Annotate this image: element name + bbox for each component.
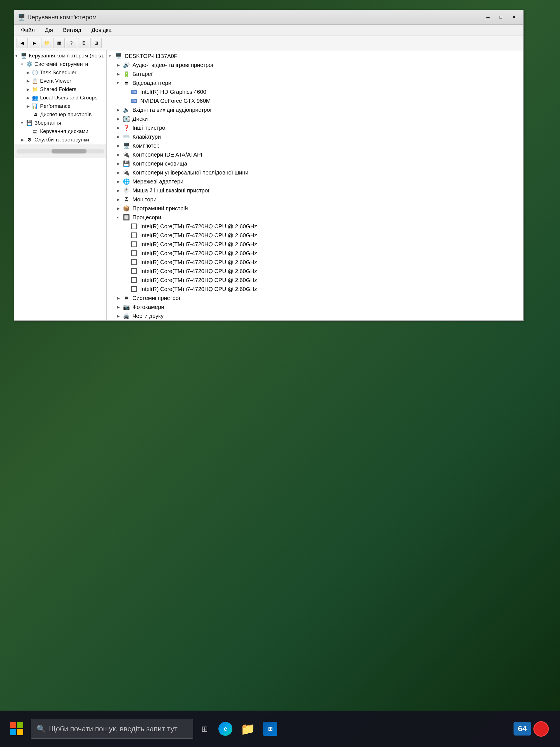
tree-item-performance[interactable]: ▶📊Performance: [14, 102, 106, 110]
device-arrow-10: ▶: [117, 152, 122, 157]
device-label-17: Процесори: [132, 214, 161, 221]
device-arrow-11: ▶: [117, 161, 122, 166]
device-icon-audio: 🔊: [122, 61, 130, 68]
device-item-1[interactable]: ▶🔋Батареї: [107, 70, 523, 78]
device-item-7[interactable]: ▶❓Інші пристрої: [107, 123, 523, 132]
explorer-taskbar-icon[interactable]: 📁: [238, 719, 258, 739]
forward-button[interactable]: ▶: [29, 38, 40, 48]
device-label-9: Комп'ютер: [132, 143, 160, 149]
device-item-26[interactable]: ▶🖥Системні пристрої: [107, 293, 523, 303]
device-item-24[interactable]: Intel(R) Core(TM) i7-4720HQ CPU @ 2.60GH…: [107, 276, 523, 285]
device-item-28[interactable]: ▶🖨️Черги друку: [107, 311, 523, 320]
window-icon: 🖥️: [18, 14, 25, 21]
device-label-20: Intel(R) Core(TM) i7-4720HQ CPU @ 2.60GH…: [140, 241, 257, 248]
device-item-3[interactable]: Intel(R) HD Graphics 4600: [107, 87, 523, 96]
store-taskbar-icon[interactable]: ⊞: [260, 719, 280, 739]
device-item-21[interactable]: Intel(R) Core(TM) i7-4720HQ CPU @ 2.60GH…: [107, 249, 523, 258]
device-label-28: Черги друку: [132, 313, 163, 319]
tree-item-services[interactable]: ▶⚙Служби та застосунки: [14, 135, 106, 144]
device-item-17[interactable]: ▾🔲Процесори: [107, 213, 523, 222]
device-arrow-17: ▾: [117, 215, 122, 220]
tree-label-services: Служби та застосунки: [34, 137, 89, 143]
device-root-arrow: ▾: [109, 54, 114, 58]
device-arrow-15: ▶: [117, 197, 122, 202]
back-button[interactable]: ◀: [17, 38, 28, 48]
device-item-8[interactable]: ▶⌨️Клавіатури: [107, 132, 523, 141]
search-box[interactable]: 🔍 Щоби почати пошук, введіть запит тут: [31, 719, 193, 739]
tree-item-root[interactable]: ▾🖥️Керування комп'ютером (лока...: [14, 52, 106, 60]
device-item-12[interactable]: ▶🔌Контролери універсальної послідовної ш…: [107, 168, 523, 177]
tree-arrow-shared-folders: ▶: [27, 87, 32, 92]
tree-item-device-manager[interactable]: 🖥Диспетчер пристроїв: [14, 110, 106, 119]
tree-item-local-users[interactable]: ▶👥Local Users and Groups: [14, 94, 106, 102]
device-item-20[interactable]: Intel(R) Core(TM) i7-4720HQ CPU @ 2.60GH…: [107, 240, 523, 249]
device-item-25[interactable]: Intel(R) Core(TM) i7-4720HQ CPU @ 2.60GH…: [107, 285, 523, 293]
device-item-0[interactable]: ▶🔊Аудіо-, відео- та ігрові пристрої: [107, 60, 523, 70]
tree-item-shared-folders[interactable]: ▶📁Shared Folders: [14, 85, 106, 94]
num64-badge[interactable]: 64: [513, 722, 531, 736]
device-icon-monitor: 🖥: [122, 196, 130, 203]
device-icon-other: ❓: [122, 124, 130, 131]
device-item-19[interactable]: Intel(R) Core(TM) i7-4720HQ CPU @ 2.60GH…: [107, 231, 523, 240]
menu-view[interactable]: Вигляд: [58, 26, 86, 34]
maximize-button[interactable]: □: [495, 12, 507, 22]
folder-icon: 📁: [241, 722, 255, 736]
tree-label-local-users: Local Users and Groups: [40, 95, 98, 101]
device-item-4[interactable]: NVIDIA GeForce GTX 960M: [107, 96, 523, 105]
device-icon-usb: 🔌: [122, 169, 130, 176]
device-item-14[interactable]: ▶🖱️Миша й інші вказівні пристрої: [107, 186, 523, 195]
start-button[interactable]: [6, 718, 28, 740]
export-button[interactable]: 🖥: [78, 38, 89, 48]
device-icon-cpu-core: [130, 277, 138, 283]
window-controls: ─ □ ✕: [482, 12, 520, 22]
device-item-5[interactable]: ▶🔈Вхідні та вихідні аудіопристрої: [107, 105, 523, 114]
menu-action[interactable]: Дія: [40, 26, 57, 34]
svg-rect-11: [17, 729, 23, 735]
device-item-13[interactable]: ▶🌐Мережеві адаптери: [107, 177, 523, 186]
tree-icon-clock: 🕐: [32, 69, 38, 76]
device-icon-sys-dev: 🖥: [122, 295, 130, 301]
help-button[interactable]: ?: [66, 38, 77, 48]
minimize-button[interactable]: ─: [482, 12, 494, 22]
device-label-4: NVIDIA GeForce GTX 960M: [140, 98, 211, 104]
store-icon-shape: ⊞: [263, 722, 277, 736]
device-item-15[interactable]: ▶🖥Монітори: [107, 195, 523, 204]
device-item-27[interactable]: ▶📷Фотокамери: [107, 303, 523, 311]
edge-taskbar-icon[interactable]: e: [216, 719, 235, 739]
tree-arrow-system-tools: ▾: [21, 62, 26, 67]
title-bar: 🖥️ Керування комп'ютером ─ □ ✕: [14, 10, 523, 25]
device-label-3: Intel(R) HD Graphics 4600: [140, 89, 206, 95]
tree-item-disk-mgmt[interactable]: 🖴Керування дисками: [14, 127, 106, 135]
tree-arrow-task-scheduler: ▶: [27, 70, 32, 75]
device-item-2[interactable]: ▾🖥Відеоадаптери: [107, 78, 523, 87]
device-root[interactable]: ▾🖥️DESKTOP-H3B7A0F: [107, 52, 523, 60]
device-item-11[interactable]: ▶💾Контролери сховища: [107, 159, 523, 168]
device-item-16[interactable]: ▶📦Програмний пристрій: [107, 204, 523, 213]
record-icon[interactable]: [533, 721, 549, 737]
tree-item-task-scheduler[interactable]: ▶🕐Task Scheduler: [14, 68, 106, 77]
scroll-track[interactable]: [17, 149, 104, 154]
task-view-button[interactable]: ⊞: [196, 719, 213, 739]
show-hide-button[interactable]: ▦: [53, 38, 65, 48]
tree-scrollbar[interactable]: [14, 144, 106, 158]
device-label-12: Контролери універсальної послідовної шин…: [132, 170, 248, 176]
device-item-10[interactable]: ▶🔌Контролери IDE ATA/ATAPI: [107, 150, 523, 159]
svg-rect-5: [132, 99, 134, 102]
tree-item-system-tools[interactable]: ▾⚙️Системні інструменти: [14, 60, 106, 68]
properties-button[interactable]: ⊞: [90, 38, 102, 48]
tree-item-storage[interactable]: ▾💾Зберігання: [14, 119, 106, 127]
device-root-label: DESKTOP-H3B7A0F: [125, 53, 178, 59]
close-button[interactable]: ✕: [508, 12, 520, 22]
menu-help[interactable]: Довідка: [87, 26, 116, 34]
tree-item-event-viewer[interactable]: ▶📋Event Viewer: [14, 77, 106, 85]
device-item-23[interactable]: Intel(R) Core(TM) i7-4720HQ CPU @ 2.60GH…: [107, 267, 523, 276]
up-button[interactable]: 📁: [41, 38, 52, 48]
device-item-18[interactable]: Intel(R) Core(TM) i7-4720HQ CPU @ 2.60GH…: [107, 222, 523, 231]
tree-label-shared-folders: Shared Folders: [40, 86, 76, 93]
device-icon-cpu-core: [130, 268, 138, 275]
menu-file[interactable]: Файл: [17, 26, 39, 34]
device-item-22[interactable]: Intel(R) Core(TM) i7-4720HQ CPU @ 2.60GH…: [107, 258, 523, 267]
device-item-9[interactable]: ▶🖥️Комп'ютер: [107, 141, 523, 150]
tree-icon-chart: 📊: [32, 103, 38, 109]
device-item-6[interactable]: ▶💽Диски: [107, 114, 523, 123]
